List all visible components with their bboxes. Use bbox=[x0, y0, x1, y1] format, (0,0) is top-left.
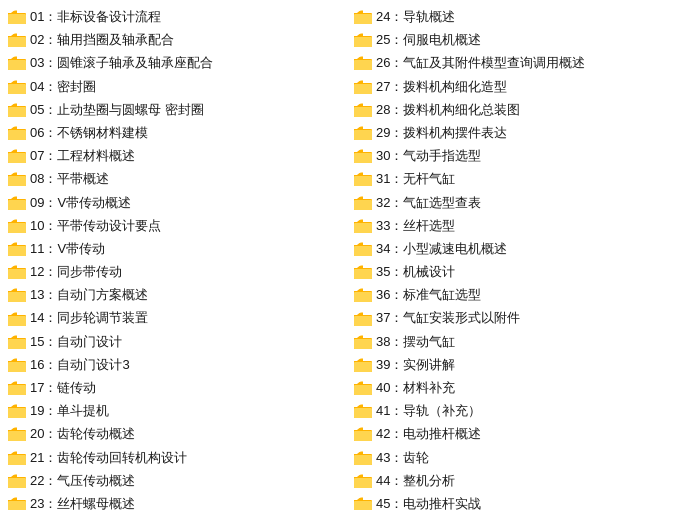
list-item[interactable]: 27：拨料机构细化造型 bbox=[350, 76, 696, 98]
item-label: 03：圆锥滚子轴承及轴承座配合 bbox=[30, 54, 213, 72]
item-label: 33：丝杆选型 bbox=[376, 217, 455, 235]
list-item[interactable]: 10：平带传动设计要点 bbox=[4, 215, 350, 237]
folder-icon bbox=[8, 474, 26, 488]
svg-rect-47 bbox=[354, 37, 372, 47]
list-item[interactable]: 19：单斗提机 bbox=[4, 400, 350, 422]
list-item[interactable]: 23：丝杆螺母概述 bbox=[4, 493, 350, 510]
folder-icon bbox=[8, 335, 26, 349]
folder-icon bbox=[8, 126, 26, 140]
svg-rect-29 bbox=[8, 339, 26, 349]
list-item[interactable]: 26：气缸及其附件模型查询调用概述 bbox=[350, 52, 696, 74]
item-label: 21：齿轮传动回转机构设计 bbox=[30, 449, 187, 467]
list-item[interactable]: 30：气动手指选型 bbox=[350, 145, 696, 167]
item-label: 19：单斗提机 bbox=[30, 402, 109, 420]
svg-rect-79 bbox=[354, 408, 372, 418]
list-item[interactable]: 17：链传动 bbox=[4, 377, 350, 399]
svg-rect-13 bbox=[8, 153, 26, 163]
item-label: 38：摆动气缸 bbox=[376, 333, 455, 351]
folder-icon bbox=[8, 33, 26, 47]
list-item[interactable]: 03：圆锥滚子轴承及轴承座配合 bbox=[4, 52, 350, 74]
svg-rect-21 bbox=[8, 246, 26, 256]
list-item[interactable]: 08：平带概述 bbox=[4, 168, 350, 190]
svg-rect-9 bbox=[8, 107, 26, 117]
list-item[interactable]: 07：工程材料概述 bbox=[4, 145, 350, 167]
svg-rect-49 bbox=[354, 60, 372, 70]
list-item[interactable]: 31：无杆气缸 bbox=[350, 168, 696, 190]
list-item[interactable]: 32：气缸选型查表 bbox=[350, 192, 696, 214]
main-container: 01：非标设备设计流程 02：轴用挡圈及轴承配合 03：圆锥滚子轴承及轴承座配合… bbox=[0, 0, 700, 510]
svg-rect-41 bbox=[8, 478, 26, 488]
svg-rect-31 bbox=[8, 362, 26, 372]
list-item[interactable]: 41：导轨（补充） bbox=[350, 400, 696, 422]
svg-rect-25 bbox=[8, 292, 26, 302]
list-item[interactable]: 05：止动垫圈与圆螺母 密封圈 bbox=[4, 99, 350, 121]
list-item[interactable]: 36：标准气缸选型 bbox=[350, 284, 696, 306]
svg-rect-57 bbox=[354, 153, 372, 163]
list-item[interactable]: 02：轴用挡圈及轴承配合 bbox=[4, 29, 350, 51]
list-item[interactable]: 44：整机分析 bbox=[350, 470, 696, 492]
list-item[interactable]: 14：同步轮调节装置 bbox=[4, 307, 350, 329]
svg-rect-45 bbox=[354, 14, 372, 24]
item-label: 10：平带传动设计要点 bbox=[30, 217, 161, 235]
list-item[interactable]: 15：自动门设计 bbox=[4, 331, 350, 353]
folder-icon bbox=[354, 242, 372, 256]
item-label: 14：同步轮调节装置 bbox=[30, 309, 148, 327]
svg-rect-33 bbox=[8, 385, 26, 395]
svg-rect-39 bbox=[8, 455, 26, 465]
svg-rect-35 bbox=[8, 408, 26, 418]
list-item[interactable]: 42：电动推杆概述 bbox=[350, 423, 696, 445]
list-item[interactable]: 33：丝杆选型 bbox=[350, 215, 696, 237]
folder-icon bbox=[354, 427, 372, 441]
list-item[interactable]: 34：小型减速电机概述 bbox=[350, 238, 696, 260]
svg-rect-11 bbox=[8, 130, 26, 140]
list-item[interactable]: 06：不锈钢材料建模 bbox=[4, 122, 350, 144]
list-item[interactable]: 09：V带传动概述 bbox=[4, 192, 350, 214]
item-label: 07：工程材料概述 bbox=[30, 147, 135, 165]
list-item[interactable]: 35：机械设计 bbox=[350, 261, 696, 283]
list-item[interactable]: 24：导轨概述 bbox=[350, 6, 696, 28]
svg-rect-83 bbox=[354, 455, 372, 465]
folder-icon bbox=[354, 126, 372, 140]
item-label: 43：齿轮 bbox=[376, 449, 429, 467]
list-item[interactable]: 21：齿轮传动回转机构设计 bbox=[4, 447, 350, 469]
folder-icon bbox=[354, 497, 372, 510]
svg-rect-73 bbox=[354, 339, 372, 349]
list-item[interactable]: 11：V带传动 bbox=[4, 238, 350, 260]
list-item[interactable]: 04：密封圈 bbox=[4, 76, 350, 98]
list-item[interactable]: 16：自动门设计3 bbox=[4, 354, 350, 376]
folder-icon bbox=[8, 219, 26, 233]
item-label: 25：伺服电机概述 bbox=[376, 31, 481, 49]
item-label: 30：气动手指选型 bbox=[376, 147, 481, 165]
folder-icon bbox=[354, 33, 372, 47]
list-item[interactable]: 40：材料补充 bbox=[350, 377, 696, 399]
svg-rect-15 bbox=[8, 176, 26, 186]
folder-icon bbox=[8, 149, 26, 163]
svg-rect-23 bbox=[8, 269, 26, 279]
list-item[interactable]: 28：拨料机构细化总装图 bbox=[350, 99, 696, 121]
list-item[interactable]: 39：实例讲解 bbox=[350, 354, 696, 376]
column-left: 01：非标设备设计流程 02：轴用挡圈及轴承配合 03：圆锥滚子轴承及轴承座配合… bbox=[4, 6, 350, 504]
list-item[interactable]: 13：自动门方案概述 bbox=[4, 284, 350, 306]
svg-rect-61 bbox=[354, 200, 372, 210]
item-label: 20：齿轮传动概述 bbox=[30, 425, 135, 443]
list-item[interactable]: 01：非标设备设计流程 bbox=[4, 6, 350, 28]
list-item[interactable]: 37：气缸安装形式以附件 bbox=[350, 307, 696, 329]
list-item[interactable]: 20：齿轮传动概述 bbox=[4, 423, 350, 445]
list-item[interactable]: 45：电动推杆实战 bbox=[350, 493, 696, 510]
list-item[interactable]: 22：气压传动概述 bbox=[4, 470, 350, 492]
list-item[interactable]: 38：摆动气缸 bbox=[350, 331, 696, 353]
folder-icon bbox=[8, 381, 26, 395]
svg-rect-43 bbox=[8, 501, 26, 510]
list-item[interactable]: 12：同步带传动 bbox=[4, 261, 350, 283]
svg-rect-51 bbox=[354, 84, 372, 94]
item-label: 02：轴用挡圈及轴承配合 bbox=[30, 31, 174, 49]
folder-icon bbox=[354, 404, 372, 418]
svg-rect-75 bbox=[354, 362, 372, 372]
list-item[interactable]: 43：齿轮 bbox=[350, 447, 696, 469]
list-item[interactable]: 29：拨料机构摆件表达 bbox=[350, 122, 696, 144]
item-label: 12：同步带传动 bbox=[30, 263, 122, 281]
svg-rect-63 bbox=[354, 223, 372, 233]
item-label: 39：实例讲解 bbox=[376, 356, 455, 374]
list-item[interactable]: 25：伺服电机概述 bbox=[350, 29, 696, 51]
item-label: 01：非标设备设计流程 bbox=[30, 8, 161, 26]
